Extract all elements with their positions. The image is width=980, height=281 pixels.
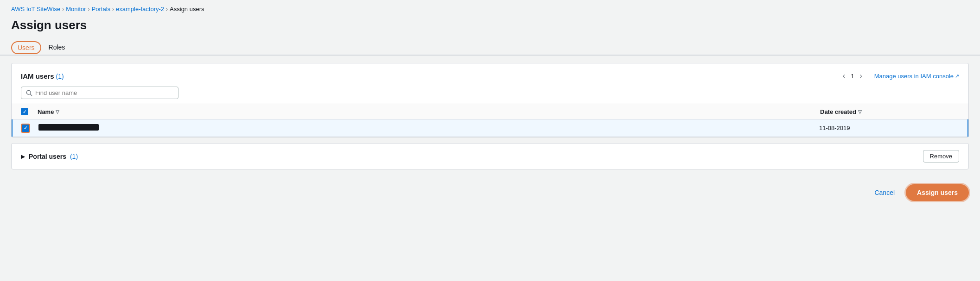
portal-users-title: Portal users <box>29 153 66 160</box>
search-container <box>12 87 968 104</box>
row-check-mark: ✓ <box>24 125 27 131</box>
search-icon <box>26 90 32 96</box>
assign-users-button[interactable]: Assign users <box>906 184 969 201</box>
page-title: Assign users <box>0 16 980 40</box>
redacted-username <box>38 124 99 131</box>
name-sort-icon[interactable]: ▽ <box>56 109 59 114</box>
prev-page-button[interactable]: ‹ <box>840 71 848 81</box>
header-date: Date created ▽ <box>820 108 959 115</box>
iam-card-header: IAM users (1) ‹ 1 › Manage users in IAM … <box>12 63 968 87</box>
search-wrapper[interactable] <box>21 87 178 99</box>
row-date: 11-08-2019 <box>819 125 958 131</box>
portal-users-section: ▶ Portal users (1) Remove <box>11 143 969 169</box>
cancel-button[interactable]: Cancel <box>869 186 900 199</box>
iam-users-count: (1) <box>56 73 64 80</box>
external-link-icon: ↗ <box>955 73 959 79</box>
manage-iam-link[interactable]: Manage users in IAM console ↗ <box>874 73 959 80</box>
date-sort-icon[interactable]: ▽ <box>858 109 862 114</box>
breadcrumb-sep-1: › <box>62 6 64 12</box>
footer: Cancel Assign users <box>0 177 980 208</box>
portal-users-left: ▶ Portal users (1) <box>21 153 78 160</box>
breadcrumb-sitewise[interactable]: AWS IoT SiteWise <box>11 6 60 12</box>
iam-users-card: IAM users (1) ‹ 1 › Manage users in IAM … <box>11 63 969 137</box>
search-input[interactable] <box>35 89 173 96</box>
breadcrumb-sep-3: › <box>112 6 114 12</box>
row-checkbox[interactable]: ✓ <box>22 125 29 132</box>
iam-users-title: IAM users <box>21 72 54 80</box>
next-page-button[interactable]: › <box>857 71 865 81</box>
row-checkbox-cell[interactable]: ✓ <box>22 125 38 132</box>
remove-button[interactable]: Remove <box>923 150 959 162</box>
breadcrumb-sep-4: › <box>166 6 168 12</box>
page-number: 1 <box>851 73 854 80</box>
table-header-row: ✓ Name ▽ Date created ▽ <box>12 104 968 119</box>
iam-title-group: IAM users (1) <box>21 72 64 80</box>
breadcrumb-monitor[interactable]: Monitor <box>66 6 86 12</box>
header-checkbox-cell[interactable]: ✓ <box>21 108 38 115</box>
breadcrumb-portals[interactable]: Portals <box>92 6 110 12</box>
breadcrumb-current: Assign users <box>170 6 204 12</box>
pagination: ‹ 1 › <box>840 71 865 81</box>
breadcrumb: AWS IoT SiteWise › Monitor › Portals › e… <box>0 0 980 16</box>
header-name: Name ▽ <box>38 108 820 115</box>
svg-line-1 <box>30 94 32 96</box>
breadcrumb-factory[interactable]: example-factory-2 <box>116 6 164 12</box>
header-checkbox[interactable]: ✓ <box>21 108 28 115</box>
tab-users[interactable]: Users <box>11 41 41 54</box>
iam-table: ✓ Name ▽ Date created ▽ ✓ <box>12 104 968 137</box>
portal-users-count: (1) <box>70 153 78 160</box>
tab-roles[interactable]: Roles <box>41 40 73 56</box>
main-content: IAM users (1) ‹ 1 › Manage users in IAM … <box>0 56 980 177</box>
row-name <box>38 124 819 132</box>
table-row[interactable]: ✓ 11-08-2019 <box>12 119 968 137</box>
tabs-bar: Users Roles <box>0 40 980 56</box>
breadcrumb-sep-2: › <box>88 6 90 12</box>
header-check-mark: ✓ <box>23 109 26 114</box>
expand-icon[interactable]: ▶ <box>21 153 25 160</box>
